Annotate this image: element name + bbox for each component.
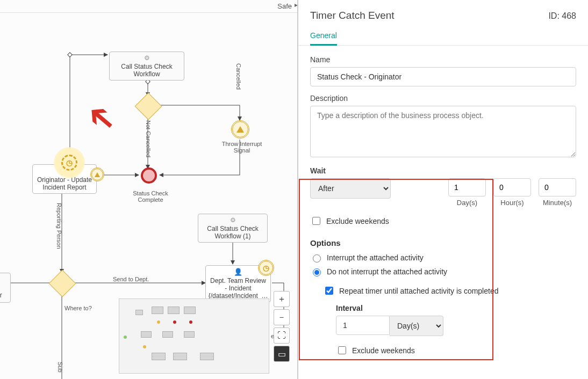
label-reporting-person: Reporting Person: [56, 203, 62, 249]
task-label: Call Status Check Workflow: [113, 63, 181, 78]
gear-icon: ⚙: [144, 54, 150, 62]
properties-panel: Timer Catch Event ID: 468 General Name D…: [298, 0, 588, 379]
panel-form: Name Description Wait After Day(s): [298, 46, 588, 379]
wait-hours-input[interactable]: [493, 178, 531, 196]
panel-id: ID: 468: [548, 11, 576, 21]
panel-tabs: General: [298, 27, 588, 46]
repeat-timer-checkbox[interactable]: [325, 287, 333, 295]
label-throw-interrupt: Throw Interrupt Signal: [215, 141, 269, 154]
toggle-minimap-button[interactable]: ▭: [274, 346, 290, 362]
triangle-icon: [95, 172, 100, 177]
canvas-header: Safe: [0, 0, 297, 13]
fit-screen-button[interactable]: ⛶: [274, 327, 290, 344]
label-interval-exclude-weekends: Exclude weekends: [352, 346, 415, 355]
task-partial-left[interactable]: ng visor: [0, 273, 11, 303]
label-sub: Sub: [57, 362, 63, 373]
partial-label-2: visor: [0, 291, 2, 299]
zoom-out-button[interactable]: －: [274, 309, 290, 325]
label-description: Description: [310, 94, 576, 103]
label-send-to-dept: Send to Dept.: [113, 276, 149, 282]
label-do-not-interrupt: Do not interrupt the attached activity: [327, 267, 447, 276]
throw-interrupt-signal-event[interactable]: [231, 120, 249, 139]
label-interval: Interval: [336, 304, 576, 312]
clock-icon: ◷: [66, 158, 73, 167]
exclude-weekends-checkbox[interactable]: [312, 217, 320, 225]
end-event-status-check-complete[interactable]: [141, 167, 157, 184]
label-days: Day(s): [457, 199, 477, 207]
interval-unit-select[interactable]: Day(s): [390, 316, 443, 336]
label-where-to: Where to?: [64, 305, 92, 311]
label-hours: Hour(s): [500, 199, 524, 207]
canvas-toolbar: ＋ － ⛶ ▭: [274, 291, 290, 362]
task-label: Dept. Team Review - Incident {/dataset/I…: [209, 277, 268, 300]
label-minutes: Minute(s): [543, 199, 572, 207]
clock-icon: ◷: [263, 264, 269, 272]
panel-collapse-arrow-icon[interactable]: ▸: [295, 1, 298, 9]
interval-exclude-weekends-checkbox[interactable]: [338, 346, 346, 354]
do-not-interrupt-radio[interactable]: [313, 268, 321, 276]
label-interrupt: Interrupt the attached activity: [327, 253, 424, 262]
zoom-in-button[interactable]: ＋: [274, 291, 290, 307]
wait-days-input[interactable]: [448, 178, 486, 196]
label-cancelled: Cancelled: [235, 63, 242, 90]
panel-title: Timer Catch Event: [310, 10, 395, 21]
task-label: Originator - Update Incident Report: [36, 176, 93, 191]
label-wait: Wait: [310, 166, 576, 175]
minimap[interactable]: [119, 298, 269, 374]
label-exclude-weekends: Exclude weekends: [326, 217, 389, 225]
timer-catch-event-highlighted[interactable]: ◷: [54, 147, 85, 178]
person-icon: 👤: [234, 268, 242, 276]
label-status-check-complete: Status Check Complete: [129, 190, 172, 203]
wait-mode-select[interactable]: After: [310, 178, 391, 199]
interval-value-input[interactable]: [336, 316, 390, 335]
label-not-cancelled: Not Cancelled: [145, 120, 152, 157]
task-call-status-check-1[interactable]: ⚙ Call Status Check Workflow (1): [198, 214, 268, 243]
signal-boundary-event[interactable]: [90, 167, 104, 181]
name-field[interactable]: [310, 67, 576, 86]
timer-event-dept[interactable]: ◷: [258, 260, 274, 276]
task-call-status-check[interactable]: ⚙ Call Status Check Workflow: [109, 52, 184, 81]
triangle-icon: [236, 126, 244, 133]
tab-general[interactable]: General: [310, 27, 337, 46]
task-label: Call Status Check Workflow (1): [202, 225, 264, 240]
label-repeat-timer: Repeat timer until attached activity is …: [339, 287, 498, 295]
label-options: Options: [310, 238, 576, 247]
interrupt-radio[interactable]: [313, 254, 321, 263]
diagram-canvas-pane: Safe ▸: [0, 0, 298, 379]
description-textarea[interactable]: [310, 106, 576, 157]
label-name: Name: [310, 55, 576, 64]
bpmn-canvas[interactable]: ➔ ⚙ Call Status Check Workflow 👤 Origina…: [0, 13, 297, 378]
wait-minutes-input[interactable]: [539, 178, 576, 196]
gear-icon: ⚙: [230, 216, 236, 224]
